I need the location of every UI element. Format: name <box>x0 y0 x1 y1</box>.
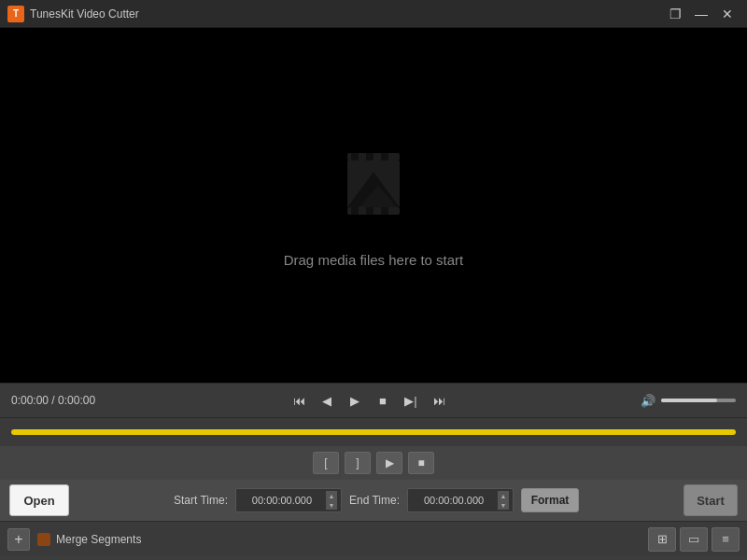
volume-area: 🔊 <box>624 394 736 408</box>
window-controls: ❐ — ✕ <box>663 4 740 24</box>
start-time-down[interactable]: ▼ <box>326 500 337 510</box>
segment-controls: [ ] ▶ ■ Open Start Time: ▲ ▼ End Time: ▲… <box>0 446 747 521</box>
minimize-button[interactable]: — <box>689 4 713 24</box>
start-time-input-wrap: ▲ ▼ <box>235 488 342 512</box>
start-button[interactable]: Start <box>684 484 738 516</box>
add-segment-button[interactable]: + <box>7 528 30 551</box>
merge-color-dot <box>37 533 50 546</box>
stop-button[interactable]: ■ <box>373 390 393 411</box>
app-title: TunesKit Video Cutter <box>30 7 663 21</box>
format-button[interactable]: Format <box>521 488 579 512</box>
bottom-bar: + Merge Segments ⊞ ▭ ≡ <box>0 521 747 556</box>
end-time-input[interactable] <box>412 495 496 506</box>
svg-rect-1 <box>351 153 359 161</box>
rewind-frame-button[interactable]: ⏮ <box>289 390 309 411</box>
svg-rect-9 <box>366 207 374 215</box>
segment-stop-button[interactable]: ■ <box>408 452 434 474</box>
end-time-label: End Time: <box>349 494 400 507</box>
open-button[interactable]: Open <box>9 484 69 516</box>
volume-fill <box>661 399 717 402</box>
video-drop-area[interactable]: Drag media files here to start <box>0 28 747 383</box>
time-display: 0:00:00 / 0:00:00 <box>11 394 114 407</box>
playback-buttons: ⏮ ◀ ▶ ■ ▶| ⏭ <box>114 390 624 411</box>
start-time-input[interactable] <box>240 495 324 506</box>
bottom-right-buttons: ⊞ ▭ ≡ <box>648 527 740 552</box>
play-button[interactable]: ▶ <box>345 390 365 411</box>
timeline-area[interactable] <box>0 418 747 446</box>
fast-forward-button[interactable]: ⏭ <box>429 390 449 411</box>
merge-label: Merge Segments <box>56 533 141 546</box>
end-time-up[interactable]: ▲ <box>498 491 509 500</box>
svg-rect-3 <box>381 153 388 161</box>
film-icon <box>327 144 420 237</box>
volume-icon: 🔊 <box>641 394 655 408</box>
start-time-spinner: ▲ ▼ <box>326 491 337 510</box>
set-end-button[interactable]: ] <box>345 452 371 474</box>
playback-controls-bar: 0:00:00 / 0:00:00 ⏮ ◀ ▶ ■ ▶| ⏭ 🔊 <box>0 383 747 418</box>
segment-top-bar: [ ] ▶ ■ <box>0 446 747 480</box>
maximize-button[interactable]: ❐ <box>663 4 687 24</box>
drop-hint-text: Drag media files here to start <box>284 252 464 268</box>
time-fields: Start Time: ▲ ▼ End Time: ▲ ▼ Format <box>77 488 676 512</box>
grid-view-button[interactable]: ⊞ <box>648 527 676 552</box>
svg-rect-10 <box>381 207 388 215</box>
close-button[interactable]: ✕ <box>715 4 740 24</box>
start-time-up[interactable]: ▲ <box>326 491 337 500</box>
timeline-fill <box>11 429 736 435</box>
merge-indicator: Merge Segments <box>37 533 641 546</box>
screen-view-button[interactable]: ▭ <box>680 527 708 552</box>
svg-rect-8 <box>351 207 359 215</box>
timeline-bar[interactable] <box>11 429 736 435</box>
volume-slider[interactable] <box>661 399 736 402</box>
set-start-button[interactable]: [ <box>313 452 339 474</box>
svg-rect-2 <box>366 153 374 161</box>
end-time-down[interactable]: ▼ <box>498 500 509 510</box>
end-time-spinner: ▲ ▼ <box>498 491 509 510</box>
step-back-button[interactable]: ◀ <box>317 390 337 411</box>
segment-bottom-bar: Open Start Time: ▲ ▼ End Time: ▲ ▼ Forma… <box>0 480 747 521</box>
start-time-label: Start Time: <box>174 494 228 507</box>
app-icon: T <box>7 6 24 22</box>
end-time-input-wrap: ▲ ▼ <box>407 488 514 512</box>
list-view-button[interactable]: ≡ <box>712 527 740 552</box>
step-forward-button[interactable]: ▶| <box>401 390 421 411</box>
segment-play-button[interactable]: ▶ <box>376 452 402 474</box>
title-bar: T TunesKit Video Cutter ❐ — ✕ <box>0 0 747 28</box>
